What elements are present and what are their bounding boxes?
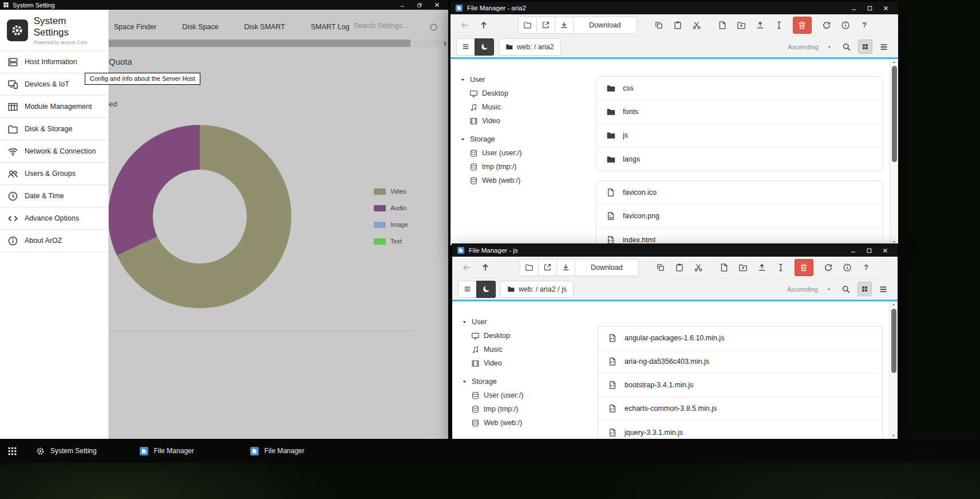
tab[interactable]: Space Finder xyxy=(114,23,156,31)
back-button[interactable] xyxy=(456,17,473,34)
sidebar-item[interactable]: Advance Options xyxy=(0,207,108,230)
scrollbar-thumb[interactable] xyxy=(891,309,896,373)
sidebar-item[interactable]: Date & Time xyxy=(0,185,108,207)
taskbar-item[interactable]: System Setting xyxy=(35,446,97,456)
scrollbar[interactable] xyxy=(889,301,898,439)
tab[interactable]: Disk Space xyxy=(182,23,218,31)
tree-row[interactable]: Music xyxy=(461,343,592,356)
file-row[interactable]: langs xyxy=(596,147,883,171)
search-button[interactable] xyxy=(838,38,855,56)
back-button[interactable] xyxy=(458,259,475,276)
download-icon-button[interactable] xyxy=(556,259,575,276)
tree-row[interactable]: Web (web:/) xyxy=(461,416,592,430)
taskbar-item[interactable]: File Manager xyxy=(250,446,305,456)
tree-row[interactable]: tmp (tmp:/) xyxy=(460,160,590,174)
tree-row[interactable]: tmp (tmp:/) xyxy=(461,402,592,416)
cut-button[interactable] xyxy=(690,259,707,276)
tab[interactable]: Disk SMART xyxy=(244,23,285,31)
titlebar[interactable]: System Setting xyxy=(0,0,448,10)
info-button[interactable] xyxy=(839,259,856,276)
refresh-button[interactable] xyxy=(818,17,835,34)
tree-row[interactable]: User xyxy=(460,73,590,87)
file-row[interactable]: js xyxy=(596,124,883,147)
search-input[interactable] xyxy=(354,22,424,30)
tab[interactable]: SMART Log xyxy=(311,23,350,31)
dark-mode-toggle[interactable] xyxy=(475,38,494,56)
sort-dropdown[interactable]: Ascending xyxy=(788,44,832,50)
titlebar[interactable]: File Manager - aria2 xyxy=(451,2,898,14)
tree-row[interactable]: Storage xyxy=(460,132,590,146)
scrollbar-thumb[interactable] xyxy=(109,40,410,47)
scrollbar-thumb[interactable] xyxy=(892,66,897,162)
download-button[interactable]: Download xyxy=(573,17,637,34)
list-view-button[interactable] xyxy=(875,281,892,298)
tree-row[interactable]: Storage xyxy=(461,375,592,388)
file-row[interactable]: favicon.ico xyxy=(596,181,883,205)
new-file-button[interactable] xyxy=(716,259,733,276)
rename-button[interactable] xyxy=(772,259,789,276)
info-button[interactable] xyxy=(837,17,854,34)
minimize-button[interactable] xyxy=(394,0,411,10)
sidebar-item[interactable]: Users & Groups xyxy=(0,163,108,185)
open-in-new-button[interactable] xyxy=(536,17,555,34)
delete-button[interactable] xyxy=(793,17,812,34)
upload-button[interactable] xyxy=(752,17,769,34)
sidebar-item[interactable]: Network & Connection xyxy=(0,140,108,163)
open-button[interactable] xyxy=(520,259,539,276)
menu-button[interactable] xyxy=(456,38,475,56)
tree-row[interactable]: Desktop xyxy=(461,329,592,343)
up-button[interactable] xyxy=(475,17,492,34)
sort-dropdown[interactable]: Ascending xyxy=(787,286,832,293)
file-row[interactable]: index.html xyxy=(596,228,883,245)
menu-button[interactable] xyxy=(458,281,477,298)
scroll-right-button[interactable] xyxy=(441,40,448,47)
maximize-button[interactable] xyxy=(862,2,878,14)
tabs-scrollbar[interactable] xyxy=(109,40,441,47)
download-icon-button[interactable] xyxy=(555,17,574,34)
tree-row[interactable]: Music xyxy=(460,100,590,114)
open-in-new-button[interactable] xyxy=(538,259,557,276)
file-row[interactable]: bootstrap-3.4.1.min.js xyxy=(598,374,882,397)
tree-row[interactable]: User (user:/) xyxy=(461,388,592,402)
help-button[interactable]: ? xyxy=(856,17,873,34)
file-row[interactable]: fonts xyxy=(596,100,883,124)
close-button[interactable] xyxy=(877,244,893,257)
upload-button[interactable] xyxy=(753,259,770,276)
new-file-button[interactable] xyxy=(714,17,731,34)
delete-button[interactable] xyxy=(795,259,813,276)
file-row[interactable]: jquery-3.3.1.min.js xyxy=(598,421,882,439)
copy-button[interactable] xyxy=(650,17,667,34)
file-row[interactable]: css xyxy=(596,77,883,100)
scrollbar[interactable] xyxy=(890,59,898,245)
dark-mode-toggle[interactable] xyxy=(476,281,496,298)
taskbar-item[interactable]: File Manager xyxy=(139,446,194,456)
path-breadcrumb[interactable]: web: / aria2 / js xyxy=(500,281,574,298)
refresh-button[interactable] xyxy=(820,259,837,276)
up-button[interactable] xyxy=(477,259,494,276)
tree-row[interactable]: Web (web:/) xyxy=(460,174,590,187)
file-row[interactable]: angular-packages-1.6.10.min.js xyxy=(598,327,882,350)
paste-button[interactable] xyxy=(671,259,688,276)
minimize-button[interactable] xyxy=(845,2,862,14)
titlebar[interactable]: File Manager - js xyxy=(452,244,898,257)
close-button[interactable] xyxy=(428,0,445,10)
paste-button[interactable] xyxy=(669,17,686,34)
rename-button[interactable] xyxy=(770,17,788,34)
path-breadcrumb[interactable]: web: / aria2 xyxy=(499,38,561,56)
minimize-button[interactable] xyxy=(845,244,861,257)
file-row[interactable]: favicon.png xyxy=(596,205,883,228)
file-row[interactable]: echarts-common-3.8.5.min.js xyxy=(598,397,882,421)
sidebar-item[interactable]: Disk & Storage xyxy=(0,118,108,140)
search-button[interactable] xyxy=(837,281,855,298)
close-button[interactable] xyxy=(878,2,894,14)
tree-row[interactable]: Video xyxy=(460,114,590,128)
tree-row[interactable]: Desktop xyxy=(460,87,590,100)
help-button[interactable]: ? xyxy=(858,259,875,276)
grid-view-button[interactable] xyxy=(858,282,872,296)
new-folder-button[interactable] xyxy=(734,259,752,276)
list-view-button[interactable] xyxy=(875,38,892,56)
open-button[interactable] xyxy=(518,17,537,34)
tree-row[interactable]: User xyxy=(461,315,592,329)
tree-row[interactable]: Video xyxy=(461,356,592,370)
maximize-button[interactable] xyxy=(861,244,877,257)
